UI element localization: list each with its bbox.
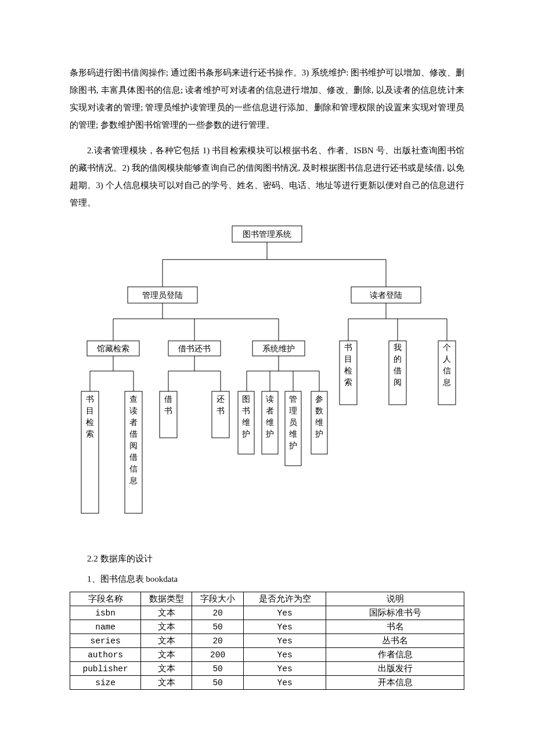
svg-text:护: 护 xyxy=(288,441,297,450)
svg-text:借: 借 xyxy=(129,430,138,438)
svg-text:信: 信 xyxy=(443,366,451,375)
svg-text:索: 索 xyxy=(86,430,94,438)
admin-c2-leaf-1: 借 书 xyxy=(160,391,177,438)
svg-text:检: 检 xyxy=(86,418,94,427)
svg-text:维: 维 xyxy=(315,418,323,427)
th-desc: 说明 xyxy=(326,592,464,606)
module-tree-diagram: 图书管理系统 管理员登陆 读者登陆 馆藏检索 借书还书 系统维护 xyxy=(70,226,464,534)
svg-text:维: 维 xyxy=(266,418,274,427)
svg-text:员: 员 xyxy=(289,418,297,427)
svg-text:数: 数 xyxy=(315,406,323,415)
svg-text:我: 我 xyxy=(394,343,402,352)
svg-text:维: 维 xyxy=(289,430,297,438)
svg-text:书: 书 xyxy=(344,343,352,352)
svg-text:目: 目 xyxy=(344,355,352,363)
svg-text:读者登陆: 读者登陆 xyxy=(370,291,402,300)
paragraph-1: 条形码进行图书借阅操作; 通过图书条形码来进行还书操作。3) 系统维护: 图书维… xyxy=(70,64,464,134)
admin-c1-leaf-1: 书 目 检 索 xyxy=(81,391,99,513)
svg-text:阅: 阅 xyxy=(129,441,138,450)
svg-text:查: 查 xyxy=(129,395,138,404)
table-row: series 文本 20 Yes 丛书名 xyxy=(70,634,464,648)
admin-c1-leaf-2: 查 读 者 借 阅 借 信 息 xyxy=(125,391,142,513)
svg-text:护: 护 xyxy=(265,430,274,438)
svg-text:馆藏检索: 馆藏检索 xyxy=(96,344,129,353)
th-data-type: 数据类型 xyxy=(141,592,192,606)
svg-text:借: 借 xyxy=(164,395,172,404)
db-heading: 2.2 数据库的设计 xyxy=(70,551,464,567)
svg-text:管理员登陆: 管理员登陆 xyxy=(142,291,183,300)
table-caption-1: 1、图书信息表 bookdata xyxy=(70,571,464,587)
svg-text:理: 理 xyxy=(289,406,297,415)
reader-leaf-3: 个 人 信 息 xyxy=(438,341,456,405)
admin-c3-leaf-4: 参 数 维 护 xyxy=(311,391,327,454)
table-row: authors 文本 200 Yes 作者信息 xyxy=(70,648,464,662)
th-field-name: 字段名称 xyxy=(70,592,141,606)
admin-c2-leaf-2: 还 书 xyxy=(212,391,229,438)
admin-c3-leaf-1: 图 书 维 护 xyxy=(238,391,254,454)
svg-text:护: 护 xyxy=(315,430,323,438)
svg-text:检: 检 xyxy=(344,366,352,375)
svg-text:系统维护: 系统维护 xyxy=(262,344,295,353)
svg-text:借书还书: 借书还书 xyxy=(178,344,211,353)
svg-text:读: 读 xyxy=(266,395,274,404)
svg-text:读: 读 xyxy=(129,406,138,415)
reader-leaf-1: 书 目 检 索 xyxy=(340,341,357,405)
th-field-size: 字段大小 xyxy=(192,592,243,606)
table-header-row: 字段名称 数据类型 字段大小 是否允许为空 说明 xyxy=(70,592,464,606)
svg-text:图书管理系统: 图书管理系统 xyxy=(243,230,291,239)
svg-text:书: 书 xyxy=(242,406,250,415)
svg-text:阅: 阅 xyxy=(394,378,402,387)
svg-text:参: 参 xyxy=(315,395,323,404)
th-nullable: 是否允许为空 xyxy=(243,592,326,606)
svg-text:书: 书 xyxy=(217,406,225,415)
svg-text:人: 人 xyxy=(443,355,451,363)
bookdata-table: 字段名称 数据类型 字段大小 是否允许为空 说明 isbn 文本 20 Yes … xyxy=(70,592,464,690)
table-row: isbn 文本 20 Yes 国际标准书号 xyxy=(70,606,464,620)
admin-c3-leaf-3: 管 理 员 维 护 xyxy=(285,391,301,466)
admin-c3-leaf-2: 读 者 维 护 xyxy=(262,391,278,454)
svg-text:息: 息 xyxy=(129,476,138,485)
svg-text:者: 者 xyxy=(266,406,274,415)
svg-text:书: 书 xyxy=(164,406,172,415)
svg-text:图: 图 xyxy=(242,395,250,404)
tree-svg: 图书管理系统 管理员登陆 读者登陆 馆藏检索 借书还书 系统维护 xyxy=(64,226,470,534)
reader-leaf-2: 我 的 借 阅 xyxy=(389,341,406,405)
svg-text:借: 借 xyxy=(394,366,402,375)
svg-text:的: 的 xyxy=(394,355,402,363)
table-row: size 文本 50 Yes 开本信息 xyxy=(70,676,464,690)
svg-text:目: 目 xyxy=(86,406,94,415)
svg-text:维: 维 xyxy=(242,418,250,427)
svg-text:护: 护 xyxy=(241,430,250,438)
table-row: publisher 文本 50 Yes 出版发行 xyxy=(70,662,464,676)
svg-text:借: 借 xyxy=(129,453,138,462)
table-row: name 文本 50 Yes 书名 xyxy=(70,620,464,634)
svg-text:者: 者 xyxy=(129,418,138,427)
svg-text:索: 索 xyxy=(344,378,352,387)
svg-text:书: 书 xyxy=(86,395,94,404)
svg-text:个: 个 xyxy=(443,343,451,352)
paragraph-2: 2.读者管理模块，各种它包括 1) 书目检索模块可以根据书名、作者、ISBN 号… xyxy=(70,142,464,211)
svg-text:管: 管 xyxy=(289,395,297,404)
svg-text:还: 还 xyxy=(217,395,225,404)
svg-text:息: 息 xyxy=(442,378,451,387)
svg-text:信: 信 xyxy=(129,465,138,473)
